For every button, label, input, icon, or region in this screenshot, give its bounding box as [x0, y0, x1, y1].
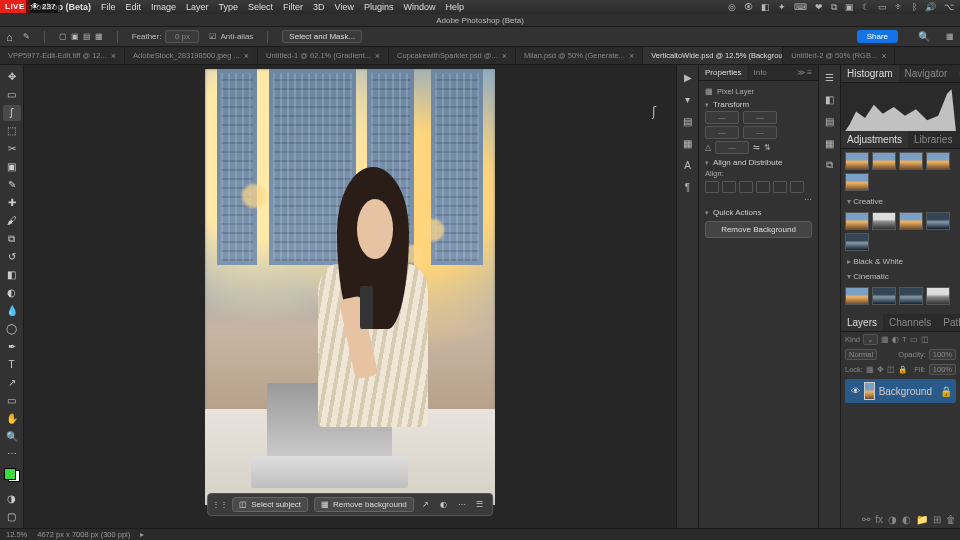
- close-icon[interactable]: ×: [629, 51, 634, 61]
- contextual-task-bar[interactable]: ⋮⋮ ◫Select subject ▦Remove background ↗ …: [207, 493, 493, 516]
- chevron-down-icon[interactable]: ▾: [680, 91, 696, 107]
- crop-tool-icon[interactable]: ✂: [3, 141, 21, 157]
- menu-window[interactable]: Window: [404, 2, 436, 12]
- filter-pixel-icon[interactable]: ▦: [881, 335, 889, 344]
- edit-toolbar-icon[interactable]: ⋯: [3, 446, 21, 462]
- menu-plugins[interactable]: Plugins: [364, 2, 394, 12]
- menu-type[interactable]: Type: [219, 2, 239, 12]
- doc-tab[interactable]: Milan.psd @ 50% (Generate...×: [516, 47, 643, 64]
- filter-adjust-icon[interactable]: ◐: [892, 335, 899, 344]
- eraser-tool-icon[interactable]: ◧: [3, 266, 21, 282]
- more-icon[interactable]: ⋯: [456, 499, 468, 511]
- filter-shape-icon[interactable]: ▭: [910, 335, 918, 344]
- control-center-icon[interactable]: ⌥: [944, 2, 954, 12]
- share-button[interactable]: Share: [857, 30, 898, 43]
- clone-tool-icon[interactable]: ⧉: [3, 231, 21, 247]
- selection-add-icon[interactable]: ▣: [71, 32, 79, 41]
- layer-filter-select[interactable]: ⌄: [863, 334, 878, 345]
- battery-icon[interactable]: ▭: [878, 2, 887, 12]
- doc-tab[interactable]: Untitled-1 @ 62.1% (Gradient...×: [258, 47, 389, 64]
- angle-input[interactable]: —: [715, 141, 749, 154]
- zoom-tool-icon[interactable]: 🔍: [3, 428, 21, 444]
- eyedropper-tool-icon[interactable]: ✎: [3, 177, 21, 193]
- new-layer-icon[interactable]: ⊞: [933, 514, 941, 525]
- close-icon[interactable]: ×: [881, 51, 886, 61]
- menu-view[interactable]: View: [335, 2, 354, 12]
- group-icon[interactable]: 📁: [916, 514, 928, 525]
- menu-3d[interactable]: 3D: [313, 2, 325, 12]
- layer-row-background[interactable]: 👁 Background 🔒: [845, 379, 956, 403]
- remove-background-quick-button[interactable]: Remove Background: [705, 221, 812, 238]
- menu-filter[interactable]: Filter: [283, 2, 303, 12]
- play-icon[interactable]: ▶: [680, 69, 696, 85]
- preset-thumb[interactable]: [845, 152, 869, 170]
- align-left-icon[interactable]: [705, 181, 719, 193]
- align-right-icon[interactable]: [739, 181, 753, 193]
- clone-panel-icon[interactable]: ⧉: [822, 157, 838, 173]
- brush-tool-icon[interactable]: 🖌: [3, 213, 21, 229]
- panel-menu-icon[interactable]: ≡: [953, 65, 960, 82]
- filter-smart-icon[interactable]: ◫: [921, 335, 929, 344]
- marquee-tool-icon[interactable]: ▭: [3, 87, 21, 103]
- doc-tab[interactable]: AdobeStock_283198500.jpeg ...×: [125, 47, 258, 64]
- lock-pixels-icon[interactable]: ◫: [887, 365, 895, 374]
- presets-cinematic[interactable]: Cinematic: [841, 269, 960, 284]
- object-select-tool-icon[interactable]: ⬚: [3, 123, 21, 139]
- comments-icon[interactable]: ☰: [822, 69, 838, 85]
- selection-new-icon[interactable]: ▢: [59, 32, 67, 41]
- blend-mode-select[interactable]: Normal: [845, 349, 877, 360]
- menu-help[interactable]: Help: [446, 2, 465, 12]
- frame-tool-icon[interactable]: ▣: [3, 159, 21, 175]
- dodge-tool-icon[interactable]: ◯: [3, 320, 21, 336]
- preset-thumb[interactable]: [845, 233, 869, 251]
- chevron-right-icon[interactable]: ▸: [140, 530, 144, 539]
- mask-icon[interactable]: ◑: [888, 514, 897, 525]
- swatches-icon[interactable]: ▦: [680, 135, 696, 151]
- doc-tab[interactable]: Untitled-2 @ 50% (RGB...×: [783, 47, 895, 64]
- tab-histogram[interactable]: Histogram: [841, 65, 899, 82]
- quickmask-icon[interactable]: ◑: [3, 490, 21, 506]
- transform-section[interactable]: Transform: [705, 100, 812, 109]
- width-input[interactable]: —: [705, 111, 739, 124]
- flip-v-icon[interactable]: ⇅: [764, 143, 771, 152]
- steam-icon[interactable]: ✦: [778, 2, 786, 12]
- layer-thumbnail[interactable]: [864, 382, 875, 400]
- selection-subtract-icon[interactable]: ▤: [83, 32, 91, 41]
- flip-h-icon[interactable]: ⇋: [753, 143, 760, 152]
- rotate-icon[interactable]: △: [705, 143, 711, 152]
- align-top-icon[interactable]: [756, 181, 770, 193]
- preset-thumb[interactable]: [926, 287, 950, 305]
- filter-type-icon[interactable]: T: [902, 335, 907, 344]
- preset-thumb[interactable]: [926, 212, 950, 230]
- color-icon[interactable]: ◧: [822, 91, 838, 107]
- close-icon[interactable]: ×: [244, 51, 249, 61]
- height-input[interactable]: —: [705, 126, 739, 139]
- tab-navigator[interactable]: Navigator: [899, 65, 954, 82]
- fill-input[interactable]: 100%: [929, 364, 956, 375]
- gradient-tool-icon[interactable]: ◐: [3, 284, 21, 300]
- stream-icon[interactable]: ⧉: [831, 2, 837, 13]
- visibility-toggle-icon[interactable]: 👁: [851, 386, 860, 396]
- volume-icon[interactable]: 🔊: [925, 2, 936, 12]
- lock-position-icon[interactable]: ✥: [877, 365, 884, 374]
- brushes-icon[interactable]: ▤: [822, 113, 838, 129]
- select-subject-button[interactable]: ◫Select subject: [232, 497, 308, 512]
- panel-menu-icon[interactable]: ≫ ≡: [791, 65, 818, 80]
- tab-layers[interactable]: Layers: [841, 314, 883, 331]
- workspace-switcher-icon[interactable]: ▦: [946, 32, 954, 41]
- tab-adjustments[interactable]: Adjustments: [841, 131, 908, 148]
- y-input[interactable]: —: [743, 126, 777, 139]
- hand-tool-icon[interactable]: ✋: [3, 410, 21, 426]
- align-bottom-icon[interactable]: [790, 181, 804, 193]
- zoom-level[interactable]: 12.5%: [6, 530, 27, 539]
- properties-icon[interactable]: ☰: [474, 499, 486, 511]
- canvas-area[interactable]: ʃ ⋮⋮ ◫Select subject ▦Remove background …: [24, 65, 676, 528]
- menu-layer[interactable]: Layer: [186, 2, 209, 12]
- preset-thumb[interactable]: [872, 152, 896, 170]
- document-canvas[interactable]: [205, 69, 495, 505]
- doc-tab[interactable]: VPP5977-Edit-Edit.tiff @ 12...×: [0, 47, 125, 64]
- presets-creative[interactable]: Creative: [841, 194, 960, 209]
- preset-thumb[interactable]: [872, 287, 896, 305]
- lasso-tool-icon[interactable]: ✎: [23, 32, 30, 41]
- path-tool-icon[interactable]: ↗: [3, 374, 21, 390]
